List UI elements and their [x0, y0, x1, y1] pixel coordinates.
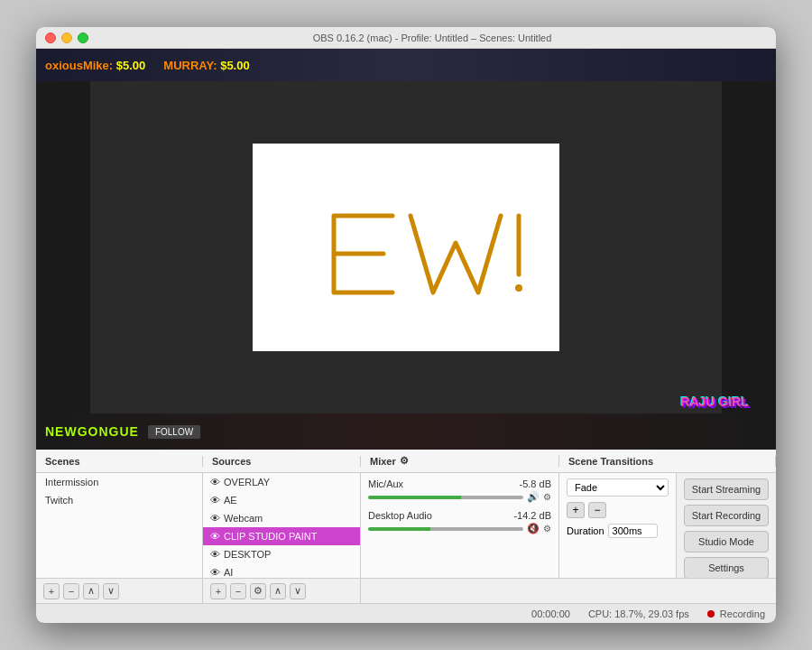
source-item-overlay[interactable]: 👁 OVERLAY [203, 473, 360, 491]
recording-dot-icon [707, 610, 715, 618]
titlebar: OBS 0.16.2 (mac) - Profile: Untitled – S… [36, 27, 776, 49]
svg-point-0 [515, 284, 522, 292]
eye-icon: 👁 [210, 549, 220, 560]
logo-text: RAJU GIRL [681, 395, 749, 409]
drawing-svg [253, 144, 559, 351]
channel-name-label: Desktop Audio [368, 510, 432, 521]
status-bar: 00:00:00 CPU: 18.7%, 29.03 fps Recording [36, 603, 776, 623]
transition-type-row: Fade Cut [567, 478, 669, 497]
remove-scene-button[interactable]: − [63, 583, 79, 599]
channel-header: Mic/Aux -5.8 dB [368, 478, 551, 489]
slider-row: 🔊 ⚙ [368, 491, 551, 503]
eye-icon: 👁 [210, 567, 220, 578]
source-item-clip-studio[interactable]: 👁 CLIP STUDIO PAINT [203, 527, 360, 545]
controls-area: Scenes Sources Mixer ⚙ Scene Transitions… [36, 450, 776, 603]
mute-icon[interactable]: 🔇 [527, 523, 540, 534]
source-item-webcam[interactable]: 👁 Webcam [203, 509, 360, 527]
alert-bar: oxiousMike: $5.00 MURRAY: $5.00 [36, 49, 776, 81]
obs-window: OBS 0.16.2 (mac) - Profile: Untitled – S… [36, 27, 776, 623]
preview-area: oxiousMike: $5.00 MURRAY: $5.00 [36, 49, 776, 450]
scene-item-intermission[interactable]: Intermission [36, 473, 202, 491]
bottom-overlay: NEWGONGUE FOLLOW [36, 413, 776, 450]
move-scene-up-button[interactable]: ∧ [83, 583, 99, 599]
source-item-desktop[interactable]: 👁 DESKTOP [203, 545, 360, 563]
remove-source-button[interactable]: − [230, 583, 246, 599]
timer-display: 00:00:00 [531, 608, 570, 619]
add-scene-button[interactable]: + [43, 583, 60, 599]
mixer-gear-icon[interactable]: ⚙ [400, 455, 409, 467]
volume-slider[interactable] [368, 496, 523, 499]
minimize-button[interactable] [61, 32, 72, 43]
start-streaming-button[interactable]: Start Streaming [684, 478, 769, 500]
right-buttons: Start Streaming Start Recording Studio M… [677, 473, 776, 578]
duration-input[interactable] [608, 524, 658, 538]
scenes-toolbar: + − ∧ ∨ [36, 579, 203, 603]
studio-mode-button[interactable]: Studio Mode [684, 531, 769, 552]
eye-icon: 👁 [210, 495, 220, 506]
volume-slider[interactable] [368, 527, 523, 531]
eye-icon: 👁 [210, 477, 220, 488]
close-button[interactable] [45, 32, 56, 43]
panel-headers: Scenes Sources Mixer ⚙ Scene Transitions [36, 450, 776, 473]
start-recording-button[interactable]: Start Recording [684, 505, 769, 526]
source-label: OVERLAY [224, 477, 270, 488]
traffic-lights [45, 32, 88, 43]
source-label: Webcam [224, 513, 263, 524]
sources-toolbar: + − ⚙ ∧ ∨ [203, 579, 361, 603]
channel-db: -5.8 dB [520, 478, 551, 489]
recording-status: Recording [707, 608, 765, 619]
scene-item-twitch[interactable]: Twitch [36, 491, 202, 509]
source-label: AI [224, 567, 233, 578]
move-source-up-button[interactable]: ∧ [270, 583, 286, 599]
dark-frame [90, 81, 722, 413]
transitions-header: Scene Transitions [559, 456, 776, 467]
channel-db: -14.2 dB [513, 510, 551, 521]
settings-button[interactable]: Settings [684, 557, 769, 579]
window-title: OBS 0.16.2 (mac) - Profile: Untitled – S… [97, 32, 767, 43]
scenes-header: Scenes [36, 456, 203, 467]
channel-name: NEWGONGUE [45, 424, 139, 439]
sources-panel: 👁 OVERLAY 👁 AE 👁 Webcam 👁 CLIP STUDIO PA… [203, 473, 361, 578]
channel-header: Desktop Audio -14.2 dB [368, 510, 551, 521]
transition-select[interactable]: Fade Cut [567, 478, 669, 497]
desktop-audio-channel: Desktop Audio -14.2 dB 🔇 ⚙ [368, 510, 551, 534]
move-source-down-button[interactable]: ∨ [290, 583, 306, 599]
channel-name-label: Mic/Aux [368, 478, 403, 489]
follow-button[interactable]: FOLLOW [148, 425, 200, 439]
source-label: AE [224, 495, 237, 506]
mixer-header: Mixer ⚙ [361, 455, 559, 467]
source-item-ae[interactable]: 👁 AE [203, 491, 360, 509]
source-label: DESKTOP [224, 549, 271, 560]
mixer-panel: Mic/Aux -5.8 dB 🔊 ⚙ Desktop Audio -14.2 … [361, 473, 559, 578]
bottom-toolbar: + − ∧ ∨ + − ⚙ ∧ ∨ [36, 578, 776, 603]
channel-settings-icon[interactable]: ⚙ [543, 492, 551, 502]
remove-transition-button[interactable]: − [588, 502, 606, 518]
duration-row: Duration [567, 524, 669, 538]
transitions-panel: Fade Cut + − Duration [559, 473, 677, 578]
volume-icon[interactable]: 🔊 [527, 491, 540, 503]
add-source-button[interactable]: + [210, 583, 226, 599]
alert-name2: MURRAY: $5.00 [163, 59, 249, 72]
move-scene-down-button[interactable]: ∨ [103, 583, 119, 599]
panels-content: Intermission Twitch 👁 OVERLAY 👁 AE 👁 Web… [36, 473, 776, 578]
mic-aux-channel: Mic/Aux -5.8 dB 🔊 ⚙ [368, 478, 551, 503]
slider-row: 🔇 ⚙ [368, 523, 551, 534]
sources-header: Sources [203, 456, 361, 467]
source-label: CLIP STUDIO PAINT [224, 531, 318, 542]
eye-icon: 👁 [210, 513, 220, 524]
drawing-canvas [253, 144, 559, 351]
duration-label: Duration [567, 525, 604, 536]
channel-settings-icon[interactable]: ⚙ [543, 524, 551, 534]
maximize-button[interactable] [78, 32, 88, 43]
source-settings-button[interactable]: ⚙ [250, 583, 266, 599]
eye-icon: 👁 [210, 531, 220, 542]
alert-name1: oxiousMike: $5.00 [45, 59, 145, 72]
source-item-ai[interactable]: 👁 AI [203, 563, 360, 578]
cpu-fps-display: CPU: 18.7%, 29.03 fps [588, 608, 689, 619]
scenes-panel: Intermission Twitch [36, 473, 203, 578]
add-transition-button[interactable]: + [567, 502, 585, 518]
transition-btn-row: + − [567, 502, 669, 518]
